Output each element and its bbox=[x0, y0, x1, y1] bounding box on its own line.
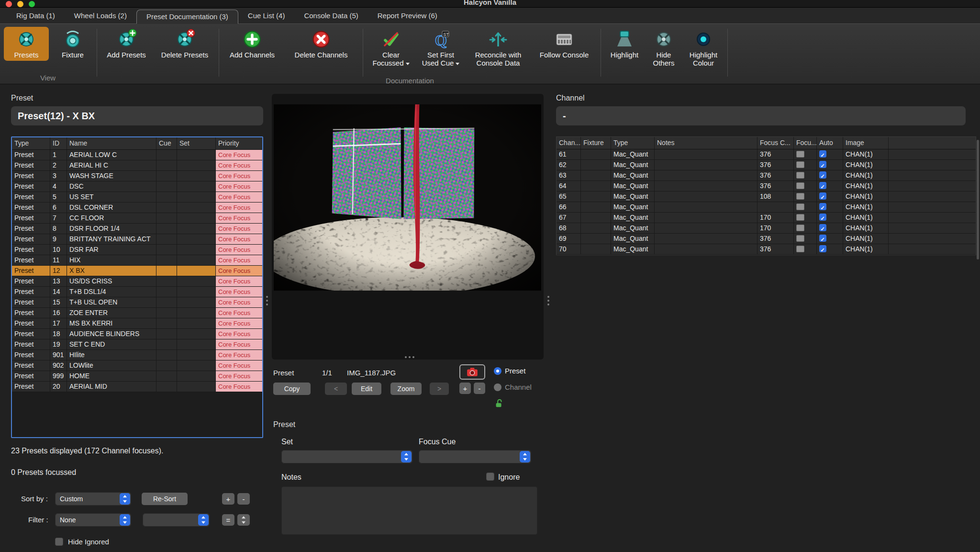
preset-row[interactable]: Preset 2 AERIAL HI C Core Focus bbox=[12, 160, 262, 171]
focus-swatch[interactable] bbox=[796, 214, 804, 221]
add-presets-button[interactable]: Add Presets bbox=[102, 27, 151, 61]
focus-cue-dropdown[interactable] bbox=[419, 450, 531, 463]
channel-row[interactable]: 61 Mac_Quant 376 CHAN(1) bbox=[557, 149, 976, 160]
channel-row[interactable]: 69 Mac_Quant 376 CHAN(1) bbox=[557, 234, 976, 244]
add-sort-button[interactable]: + bbox=[222, 493, 234, 505]
horizontal-splitter-handle[interactable] bbox=[405, 356, 407, 358]
auto-checkbox[interactable] bbox=[819, 203, 826, 210]
sort-by-dropdown[interactable]: Custom bbox=[55, 492, 131, 506]
preset-image-viewer[interactable] bbox=[272, 94, 544, 360]
filter-equals-button[interactable]: = bbox=[222, 514, 234, 526]
hide-ignored-checkbox[interactable] bbox=[55, 538, 63, 546]
preset-row[interactable]: Preset 902 LOWlite Core Focus bbox=[12, 360, 262, 371]
preset-row[interactable]: Preset 17 MS BX KERRI Core Focus bbox=[12, 318, 262, 329]
auto-checkbox[interactable] bbox=[819, 235, 826, 242]
auto-checkbox[interactable] bbox=[819, 150, 826, 158]
focus-swatch[interactable] bbox=[796, 161, 804, 168]
tab[interactable]: Console Data (5) bbox=[294, 9, 368, 23]
column-header-id[interactable]: ID bbox=[50, 137, 67, 149]
set-first-used-cue-button[interactable]: Set First Used Cue bbox=[418, 27, 464, 69]
camera-button[interactable] bbox=[459, 364, 485, 380]
column-header-cue[interactable]: Cue bbox=[156, 137, 177, 149]
tab[interactable]: Report Preview (6) bbox=[368, 9, 447, 23]
focus-swatch[interactable] bbox=[796, 246, 804, 252]
notes-textarea[interactable] bbox=[281, 486, 537, 535]
preset-row[interactable]: Preset 20 AERIAL MID Core Focus bbox=[12, 382, 262, 392]
filter-stepper-button[interactable] bbox=[237, 514, 250, 526]
focus-swatch[interactable] bbox=[796, 235, 804, 242]
focus-swatch[interactable] bbox=[796, 225, 804, 231]
copy-image-button[interactable]: Copy bbox=[273, 383, 311, 395]
radio-channel[interactable]: Channel bbox=[494, 383, 532, 391]
auto-checkbox[interactable] bbox=[819, 171, 826, 179]
focus-swatch[interactable] bbox=[796, 193, 804, 200]
tab[interactable]: Preset Documentation (3) bbox=[136, 10, 238, 24]
channel-row[interactable]: 62 Mac_Quant 376 CHAN(1) bbox=[557, 160, 976, 170]
remove-sort-button[interactable]: - bbox=[237, 493, 250, 505]
column-header-type[interactable]: Type bbox=[12, 137, 50, 149]
add-image-button[interactable]: + bbox=[459, 383, 471, 394]
vertical-scrollbar[interactable] bbox=[977, 140, 979, 259]
preset-row[interactable]: Preset 7 CC FLOOR Core Focus bbox=[12, 213, 262, 224]
ignore-checkbox[interactable] bbox=[486, 473, 494, 481]
fixture-view-button[interactable]: Fixture bbox=[54, 27, 92, 61]
tab[interactable]: Wheel Loads (2) bbox=[65, 9, 136, 23]
preset-row[interactable]: Preset 14 T+B DSL1/4 Core Focus bbox=[12, 287, 262, 297]
preset-row[interactable]: Preset 9 BRITTANY TRAINING ACT Core Focu… bbox=[12, 234, 262, 245]
tab[interactable]: Rig Data (1) bbox=[7, 9, 65, 23]
column-header-notes[interactable]: Notes bbox=[655, 137, 757, 149]
preset-row[interactable]: Preset 12 X BX Core Focus bbox=[12, 266, 262, 276]
column-header-auto[interactable]: Auto bbox=[817, 137, 843, 149]
tab[interactable]: Cue List (4) bbox=[238, 9, 295, 23]
column-header-priority[interactable]: Priority bbox=[216, 137, 262, 149]
channel-row[interactable]: 65 Mac_Quant 108 CHAN(1) bbox=[557, 192, 976, 202]
preset-row[interactable]: Preset 6 DSL CORNER Core Focus bbox=[12, 203, 262, 213]
filter-dropdown[interactable]: None bbox=[55, 513, 131, 527]
edit-image-button[interactable]: Edit bbox=[352, 383, 381, 395]
auto-checkbox[interactable] bbox=[819, 182, 826, 189]
focus-swatch[interactable] bbox=[796, 172, 804, 179]
preset-row[interactable]: Preset 4 DSC Core Focus bbox=[12, 181, 262, 192]
follow-console-button[interactable]: Follow Console bbox=[533, 27, 596, 61]
channel-row[interactable]: 70 Mac_Quant 376 CHAN(1) bbox=[557, 244, 976, 255]
preset-row[interactable]: Preset 8 DSR FLOOR 1/4 Core Focus bbox=[12, 224, 262, 234]
resort-button[interactable]: Re-Sort bbox=[142, 493, 188, 505]
preset-row[interactable]: Preset 18 AUDIENCE BLINDERS Core Focus bbox=[12, 329, 262, 339]
column-header-focus2[interactable]: Focu... bbox=[794, 137, 817, 149]
column-header-channel[interactable]: Chan... bbox=[557, 137, 581, 149]
hide-others-button[interactable]: Hide Others bbox=[648, 27, 679, 69]
channel-row[interactable]: 67 Mac_Quant 170 CHAN(1) bbox=[557, 213, 976, 223]
radio-preset[interactable]: Preset bbox=[494, 367, 525, 375]
preset-row[interactable]: Preset 13 US/DS CRISS Core Focus bbox=[12, 276, 262, 287]
delete-presets-button[interactable]: Delete Presets bbox=[156, 27, 214, 61]
column-header-name[interactable]: Name bbox=[67, 137, 156, 149]
delete-channels-button[interactable]: Delete Channels bbox=[285, 27, 357, 61]
preset-row[interactable]: Preset 11 HIX Core Focus bbox=[12, 255, 262, 266]
column-header-image[interactable]: Image bbox=[843, 137, 889, 149]
zoom-image-button[interactable]: Zoom bbox=[390, 383, 422, 395]
preset-row[interactable]: Preset 1 AERIAL LOW C Core Focus bbox=[12, 150, 262, 160]
channel-row[interactable]: 66 Mac_Quant CHAN(1) bbox=[557, 202, 976, 213]
preset-row[interactable]: Preset 15 T+B USL OPEN Core Focus bbox=[12, 297, 262, 308]
auto-checkbox[interactable] bbox=[819, 214, 826, 221]
column-header-fixture[interactable]: Fixture bbox=[581, 137, 611, 149]
next-image-button[interactable]: > bbox=[430, 383, 449, 395]
channel-row[interactable]: 63 Mac_Quant 376 CHAN(1) bbox=[557, 170, 976, 181]
unlock-icon[interactable] bbox=[494, 398, 504, 409]
preset-row[interactable]: Preset 999 HOME Core Focus bbox=[12, 371, 262, 382]
reconcile-button[interactable]: Reconcile with Console Data bbox=[468, 27, 528, 69]
preset-row[interactable]: Preset 901 HIlite Core Focus bbox=[12, 350, 262, 360]
preset-row[interactable]: Preset 5 US SET Core Focus bbox=[12, 192, 262, 203]
clear-focussed-button[interactable]: Clear Focussed bbox=[369, 27, 413, 69]
focus-swatch[interactable] bbox=[796, 182, 804, 189]
preset-row[interactable]: Preset 10 DSR FAR Core Focus bbox=[12, 245, 262, 255]
preset-row[interactable]: Preset 16 ZOE ENTER Core Focus bbox=[12, 308, 262, 318]
focus-swatch[interactable] bbox=[796, 151, 804, 158]
auto-checkbox[interactable] bbox=[819, 161, 826, 168]
channel-row[interactable]: 64 Mac_Quant 376 CHAN(1) bbox=[557, 181, 976, 192]
auto-checkbox[interactable] bbox=[819, 224, 826, 231]
highlight-colour-button[interactable]: Highlight Colour bbox=[684, 27, 723, 69]
add-channels-button[interactable]: Add Channels bbox=[224, 27, 280, 61]
column-header-focus-cue[interactable]: Focus C... bbox=[757, 137, 794, 149]
presets-view-button[interactable]: Presets bbox=[4, 27, 49, 61]
